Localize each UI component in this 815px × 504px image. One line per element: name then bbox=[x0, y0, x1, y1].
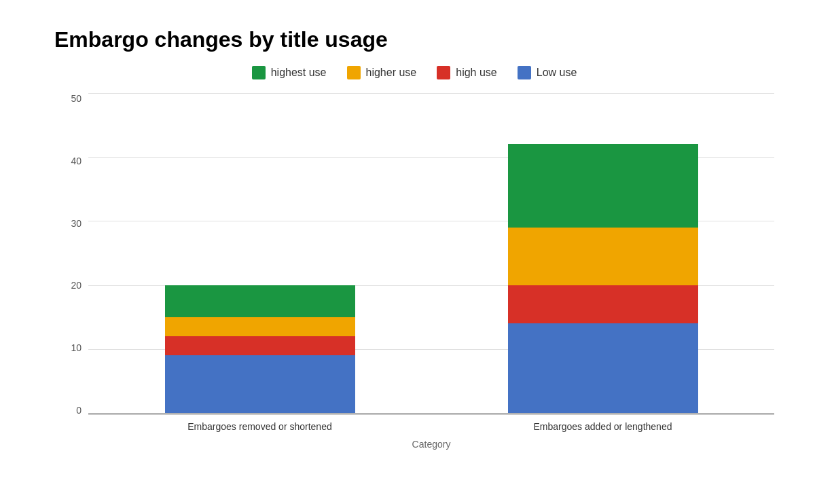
bar-segment bbox=[165, 317, 355, 336]
y-axis-label: 30 bbox=[71, 218, 82, 229]
y-axis-label: 40 bbox=[71, 156, 82, 166]
plot-area: Embargoes removed or shortenedEmbargoes … bbox=[88, 93, 774, 450]
chart-area: 50403020100 Embargoes removed or shorten… bbox=[54, 93, 774, 450]
legend-color-box bbox=[347, 66, 361, 79]
y-axis-label: 10 bbox=[71, 342, 82, 353]
bar-segment bbox=[165, 285, 355, 317]
chart-container: Embargo changes by title usage highest u… bbox=[0, 0, 815, 504]
y-axis-label: 50 bbox=[71, 93, 82, 104]
x-axis-label: Embargoes added or lengthened bbox=[508, 421, 698, 432]
x-labels: Embargoes removed or shortenedEmbargoes … bbox=[88, 414, 774, 435]
stacked-bar bbox=[508, 144, 698, 413]
legend-label: Low use bbox=[537, 67, 577, 79]
grid-and-bars bbox=[88, 93, 774, 413]
bar-group bbox=[165, 285, 355, 413]
chart-title: Embargo changes by title usage bbox=[54, 27, 774, 52]
chart-legend: highest usehigher usehigh useLow use bbox=[54, 66, 774, 79]
bar-segment bbox=[508, 285, 698, 324]
bar-segment bbox=[508, 228, 698, 285]
legend-color-box bbox=[518, 66, 531, 79]
legend-item: higher use bbox=[347, 66, 417, 79]
bar-segment bbox=[508, 144, 698, 227]
legend-label: highest use bbox=[271, 67, 327, 79]
y-axis: 50403020100 bbox=[54, 93, 88, 450]
x-axis-title: Category bbox=[88, 439, 774, 450]
y-axis-label: 0 bbox=[76, 405, 82, 416]
bar-segment bbox=[165, 355, 355, 413]
legend-item: Low use bbox=[518, 66, 577, 79]
y-axis-label: 20 bbox=[71, 280, 82, 291]
legend-label: high use bbox=[456, 67, 497, 79]
x-axis-label: Embargoes removed or shortened bbox=[165, 421, 355, 432]
legend-color-box bbox=[252, 66, 266, 79]
bar-segment bbox=[508, 323, 698, 413]
legend-item: highest use bbox=[252, 66, 327, 79]
bars-row bbox=[88, 93, 774, 413]
legend-color-box bbox=[437, 66, 450, 79]
stacked-bar bbox=[165, 285, 355, 413]
legend-label: higher use bbox=[366, 67, 417, 79]
bar-segment bbox=[165, 336, 355, 355]
bar-group bbox=[508, 144, 698, 413]
legend-item: high use bbox=[437, 66, 497, 79]
grid-line bbox=[88, 413, 774, 414]
